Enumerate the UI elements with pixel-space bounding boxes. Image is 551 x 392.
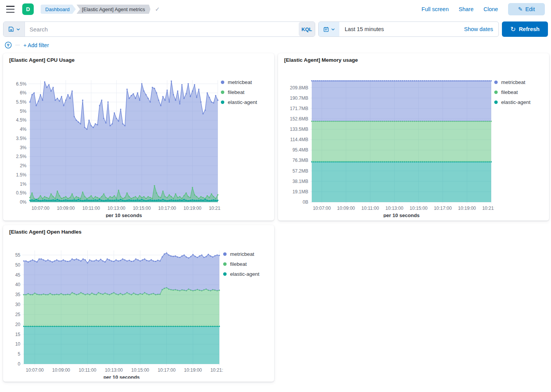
y-axis-label: 19.1MB bbox=[293, 189, 308, 194]
add-filter-button[interactable]: + Add filter bbox=[23, 42, 49, 48]
series-point bbox=[319, 80, 320, 81]
series-point bbox=[432, 80, 433, 81]
menu-hamburger-icon[interactable] bbox=[6, 6, 15, 13]
series-point bbox=[154, 88, 155, 89]
series-point bbox=[199, 255, 200, 257]
y-axis-label: 10 bbox=[15, 341, 21, 347]
series-point bbox=[124, 125, 125, 126]
filter-bar: + Add filter bbox=[0, 37, 551, 52]
filter-menu-icon[interactable] bbox=[5, 41, 12, 49]
series-point bbox=[480, 80, 482, 81]
series-point bbox=[82, 200, 83, 201]
legend-item-metricbeat[interactable]: metricbeat bbox=[223, 251, 271, 257]
series-point bbox=[169, 194, 170, 195]
series-point bbox=[46, 87, 47, 88]
series-point bbox=[143, 196, 145, 197]
series-point bbox=[394, 80, 395, 81]
series-point bbox=[422, 80, 423, 81]
time-range-value[interactable]: Last 15 minutes bbox=[339, 26, 384, 32]
series-point bbox=[67, 94, 68, 95]
series-point bbox=[175, 200, 176, 201]
legend-item-filebeat[interactable]: filebeat bbox=[221, 89, 271, 95]
series-point bbox=[156, 193, 157, 194]
legend-item-elastic-agent[interactable]: elastic-agent bbox=[494, 99, 546, 105]
series-point bbox=[42, 198, 43, 199]
series-point bbox=[466, 80, 467, 81]
full-screen-button[interactable]: Full screen bbox=[421, 6, 449, 12]
legend-item-elastic-agent[interactable]: elastic-agent bbox=[221, 99, 271, 105]
saved-query-menu-button[interactable] bbox=[3, 22, 25, 36]
series-point bbox=[69, 260, 71, 262]
series-point bbox=[196, 196, 197, 197]
clone-button[interactable]: Clone bbox=[484, 6, 498, 12]
series-point bbox=[378, 80, 379, 81]
filter-divider bbox=[15, 45, 20, 45]
series-point bbox=[139, 195, 140, 196]
legend-item-filebeat[interactable]: filebeat bbox=[223, 261, 271, 267]
space-avatar[interactable]: D bbox=[22, 3, 34, 15]
legend-dot bbox=[494, 100, 498, 104]
x-axis-label: 10:11:00 bbox=[79, 367, 96, 373]
series-point bbox=[137, 259, 138, 260]
series-point bbox=[54, 200, 56, 201]
legend-item-metricbeat[interactable]: metricbeat bbox=[221, 79, 271, 85]
series-point bbox=[139, 200, 140, 201]
series-point bbox=[120, 260, 121, 261]
series-point bbox=[38, 259, 39, 260]
memory-usage-chart[interactable]: 0B19.1MB38.1MB57.2MB76.3MB95.4MB114.4MB1… bbox=[281, 65, 494, 219]
share-button[interactable]: Share bbox=[459, 6, 474, 12]
legend-dot bbox=[223, 272, 227, 276]
series-point bbox=[57, 199, 58, 200]
panel-title-memory-usage: [Elastic Agent] Memory usage bbox=[284, 57, 546, 65]
date-quick-menu-button[interactable] bbox=[319, 22, 339, 36]
series-point bbox=[171, 81, 172, 82]
series-point bbox=[192, 187, 193, 188]
series-point bbox=[198, 200, 199, 201]
legend-item-filebeat[interactable]: filebeat bbox=[494, 89, 546, 95]
series-point bbox=[207, 195, 208, 196]
series-point bbox=[38, 100, 39, 102]
series-point bbox=[145, 200, 146, 201]
breadcrumb-dashboard[interactable]: Dashboard bbox=[41, 5, 76, 14]
series-point bbox=[38, 200, 39, 201]
series-point bbox=[86, 198, 87, 199]
series-point bbox=[469, 80, 470, 81]
chart-canvas: 051015202530354045505510:07:0010:09:0010… bbox=[6, 237, 223, 379]
series-point bbox=[76, 120, 77, 121]
breadcrumb: Dashboard [Elastic Agent] Agent metrics bbox=[41, 5, 150, 14]
series-point bbox=[31, 199, 33, 201]
series-point bbox=[93, 200, 94, 201]
dashboard-grid: [Elastic Agent] CPU Usage 0%0.5%1%1.5%2%… bbox=[0, 52, 551, 385]
series-point bbox=[169, 200, 170, 201]
series-point bbox=[148, 196, 149, 197]
series-point bbox=[373, 80, 375, 81]
query-language-badge[interactable]: KQL bbox=[299, 22, 315, 36]
edit-button[interactable]: ✎ Edit bbox=[508, 3, 545, 15]
series-point bbox=[89, 120, 90, 121]
search-input[interactable] bbox=[25, 22, 299, 36]
series-point bbox=[323, 80, 324, 81]
series-point bbox=[52, 261, 53, 262]
series-point bbox=[148, 200, 149, 201]
series-point bbox=[162, 199, 163, 200]
series-point bbox=[166, 200, 168, 201]
series-point bbox=[335, 80, 336, 81]
series-point bbox=[152, 198, 153, 199]
series-point bbox=[120, 199, 121, 200]
series-point bbox=[414, 80, 415, 81]
x-axis-label: 10:09:00 bbox=[337, 206, 355, 211]
series-point bbox=[63, 200, 64, 201]
cpu-usage-chart[interactable]: 0%0.5%1%1.5%2%2.5%3%3.5%4%4.5%5%5.5%6%6.… bbox=[6, 65, 221, 219]
refresh-button[interactable]: ↻ Refresh bbox=[502, 21, 548, 37]
series-point bbox=[438, 80, 439, 81]
series-point bbox=[131, 200, 132, 201]
show-dates-button[interactable]: Show dates bbox=[462, 26, 498, 33]
series-point bbox=[137, 92, 138, 94]
series-point bbox=[122, 198, 123, 199]
legend-item-metricbeat[interactable]: metricbeat bbox=[494, 79, 546, 85]
open-handles-chart[interactable]: 051015202530354045505510:07:0010:09:0010… bbox=[6, 237, 223, 380]
legend-item-elastic-agent[interactable]: elastic-agent bbox=[223, 271, 271, 277]
series-point bbox=[148, 98, 149, 99]
series-point bbox=[164, 196, 166, 197]
y-axis-label: 40 bbox=[15, 282, 21, 287]
